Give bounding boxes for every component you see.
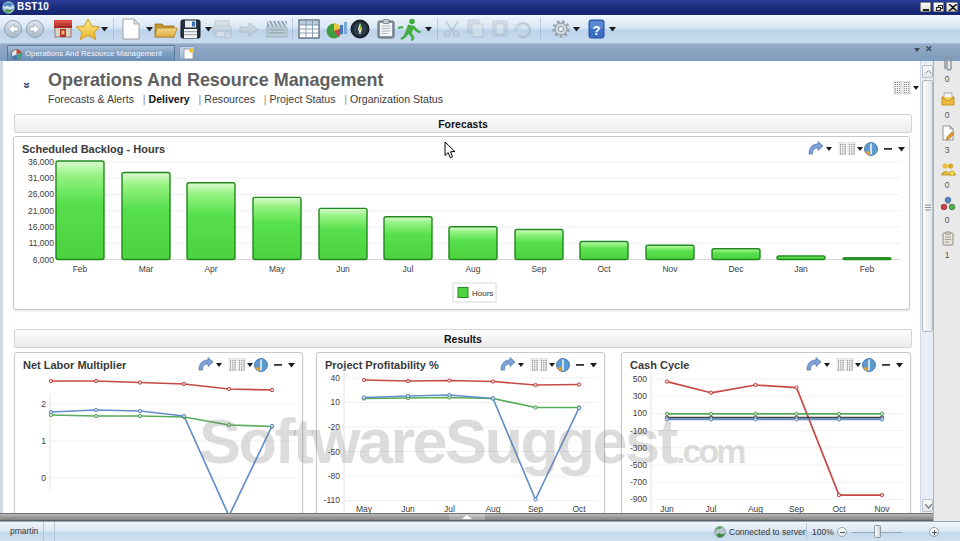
- svg-text:Jul: Jul: [403, 264, 414, 274]
- svg-text:Apr: Apr: [204, 264, 217, 274]
- svg-text:?: ?: [593, 23, 601, 38]
- svg-text:-110: -110: [324, 495, 341, 505]
- svg-text:26,000: 26,000: [28, 189, 54, 199]
- svg-text:11,000: 11,000: [29, 238, 55, 248]
- svg-text:Sep: Sep: [531, 264, 546, 274]
- svg-text:Mar: Mar: [139, 264, 154, 274]
- svg-text:16,000: 16,000: [28, 222, 54, 232]
- svg-text:Dec: Dec: [728, 264, 744, 274]
- svg-text:21,000: 21,000: [28, 206, 54, 216]
- svg-text:6,000: 6,000: [33, 255, 55, 265]
- svg-text:Hours: Hours: [472, 289, 493, 298]
- svg-text:Jan: Jan: [794, 264, 808, 274]
- svg-text:-80: -80: [328, 471, 341, 481]
- svg-text:0: 0: [41, 473, 46, 483]
- svg-text:2: 2: [41, 399, 46, 409]
- svg-text:-300: -300: [630, 443, 647, 453]
- svg-text:1: 1: [41, 436, 46, 446]
- svg-text:Aug: Aug: [465, 264, 480, 274]
- svg-text:300: 300: [633, 391, 647, 401]
- svg-text:500: 500: [633, 374, 647, 384]
- svg-text:31,000: 31,000: [28, 173, 54, 183]
- svg-text:Feb: Feb: [73, 264, 88, 274]
- svg-text:-500: -500: [630, 460, 647, 470]
- svg-text:-900: -900: [630, 494, 647, 504]
- svg-text:Jun: Jun: [336, 264, 350, 274]
- svg-text:-100: -100: [630, 426, 647, 436]
- svg-text:May: May: [269, 264, 286, 274]
- svg-text:Oct: Oct: [597, 264, 611, 274]
- svg-text:-20: -20: [328, 422, 341, 432]
- svg-text:10: 10: [331, 397, 341, 407]
- svg-text:36,000: 36,000: [28, 157, 54, 167]
- svg-text:40: 40: [331, 373, 341, 383]
- svg-text:Nov: Nov: [662, 264, 678, 274]
- svg-text:Feb: Feb: [860, 264, 875, 274]
- svg-text:-50: -50: [328, 447, 341, 457]
- svg-text:-700: -700: [630, 477, 647, 487]
- svg-text:100: 100: [633, 408, 647, 418]
